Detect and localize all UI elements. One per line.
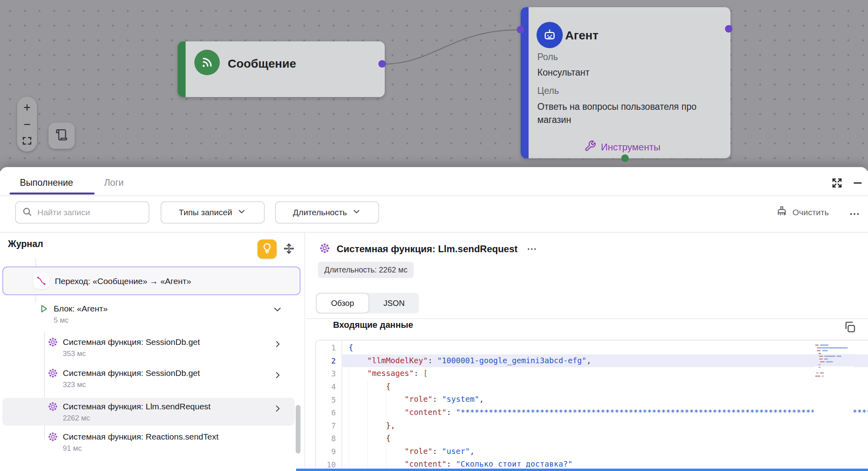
code-line: 6 "content": "**************************… [316,406,868,419]
tab-overview[interactable]: Обзор [316,293,369,313]
copy-icon[interactable] [843,321,856,335]
tab-execution[interactable]: Выполнение [20,177,73,188]
app-window: Сообщение Агент Роль Консультант Цель От… [0,0,868,471]
agent-tools-port[interactable] [621,154,629,162]
wrench-icon [584,140,596,154]
search-icon [21,206,33,219]
journal-item-title: Переход: «Сообщение» → «Агент» [55,276,191,286]
chevron-right-icon[interactable] [273,403,283,415]
chevron-down-icon [237,207,246,218]
search-records-box [15,201,149,224]
play-icon [39,304,49,315]
duration-badge: Длительность: 2262 мс [318,262,414,278]
agent-goal-label: Цель [537,86,559,96]
record-types-label: Типы записей [179,208,232,217]
journal-item-duration: 91 мс [63,444,219,453]
code-line: 1{ [316,341,868,354]
node-message[interactable]: Сообщение [178,41,385,97]
transition-icon [33,273,49,289]
minimap[interactable] [814,341,853,471]
code-line: 3 "messages": [ [316,367,868,380]
agent-role-value: Консультант [537,66,589,79]
agent-input-port[interactable] [517,26,524,33]
record-types-dropdown[interactable]: Типы записей [161,201,265,224]
node-agent[interactable]: Агент Роль Консультант Цель Ответь на во… [521,7,730,158]
code-line: 9 "role": "user", [316,445,868,458]
edge-connector [0,0,868,171]
journal-item[interactable]: Системная функция: Llm.sendRequest 2262 … [2,398,295,426]
minimize-panel-button[interactable] [851,177,865,189]
detail-more-button[interactable] [524,243,540,255]
journal-item[interactable]: Системная функция: SessionDb.get 353 мс [48,337,296,358]
message-signal-icon [194,50,220,75]
journal-item-title: Системная функция: Llm.sendRequest [63,401,211,412]
line-number: 3 [316,369,342,378]
journal-item[interactable]: Блок: «Агент» 5 мс [39,303,296,325]
journal-item-duration: 353 мс [63,349,200,358]
line-number: 1 [316,343,342,352]
zoom-in-button[interactable]: + [20,101,34,114]
more-options-button[interactable] [846,206,863,222]
agent-output-port[interactable] [725,25,732,33]
journal-item-duration: 5 мс [54,315,108,325]
line-number: 6 [316,408,342,417]
line-number: 10 [316,460,342,469]
tab-json[interactable]: JSON [369,293,419,313]
line-number: 7 [316,421,342,430]
journal-list: Переход: «Сообщение» → «Агент» Блок: «Аг… [0,258,304,471]
search-records-input[interactable] [37,207,143,218]
tab-logs[interactable]: Логи [104,177,124,188]
line-number: 2 [316,356,342,365]
filters-divider [0,232,868,233]
journal-title: Журнал [8,239,43,249]
gear-icon [319,243,330,255]
chevron-right-icon[interactable] [273,339,283,351]
gear-icon [48,401,58,413]
agent-node-title: Агент [565,29,599,42]
code-line: 8 { [316,432,868,445]
journal-item[interactable]: Системная функция: Reactions.sendText 91… [48,431,296,453]
scroll-icon [55,128,68,143]
tabs-divider [0,195,868,196]
line-number: 5 [316,395,342,404]
journal-item-selected[interactable]: Переход: «Сообщение» → «Агент» [2,267,300,295]
chevron-down-icon[interactable] [272,304,283,317]
clear-button[interactable]: Очистить [776,205,829,219]
gear-icon [48,432,58,444]
line-number: 4 [316,382,342,391]
code-line: 2 "llmModelKey": "1000001-google_gemini3… [316,354,868,368]
zoom-out-button[interactable]: − [20,117,34,131]
chevron-right-icon[interactable] [273,370,283,382]
clear-button-label: Очистить [792,208,829,217]
broom-icon [776,205,788,219]
code-editor[interactable]: 1{2 "llmModelKey": "1000001-google_gemin… [315,340,868,471]
view-tabs-divider [306,318,868,319]
active-tab-underline [10,193,95,195]
gear-icon [48,368,58,380]
duration-dropdown[interactable]: Длительность [275,201,379,224]
hint-button[interactable] [258,239,277,259]
move-vertical-icon [282,242,296,257]
script-panel-button[interactable] [48,123,75,149]
message-output-port[interactable] [378,60,386,68]
line-number: 8 [316,434,342,443]
code-line: 5 "role": "system", [316,393,868,406]
message-accent-bar [178,41,186,97]
code-line: 7 }, [316,419,868,432]
fit-view-button[interactable] [20,134,34,148]
agent-role-label: Роль [537,52,558,62]
agent-tools-link[interactable]: Инструменты [584,140,661,154]
follow-log-button[interactable] [281,242,296,257]
execution-panel: Выполнение Логи Типы записей [0,167,868,471]
message-node-title: Сообщение [228,57,296,70]
journal-item-duration: 323 мс [63,380,200,389]
journal-item[interactable]: Системная функция: SessionDb.get 323 мс [48,368,296,389]
flow-canvas[interactable]: Сообщение Агент Роль Консультант Цель От… [0,0,868,171]
agent-goal-value: Ответь на вопросы пользователя про магаз… [537,100,726,127]
journal-item-title: Системная функция: SessionDb.get [63,337,200,347]
detail-title: Системная функция: Llm.sendRequest [337,243,517,255]
view-tabs: Обзор JSON [316,293,419,313]
expand-panel-button[interactable] [829,175,845,191]
line-number: 9 [316,447,342,456]
journal-item-title: Системная функция: SessionDb.get [63,368,200,378]
